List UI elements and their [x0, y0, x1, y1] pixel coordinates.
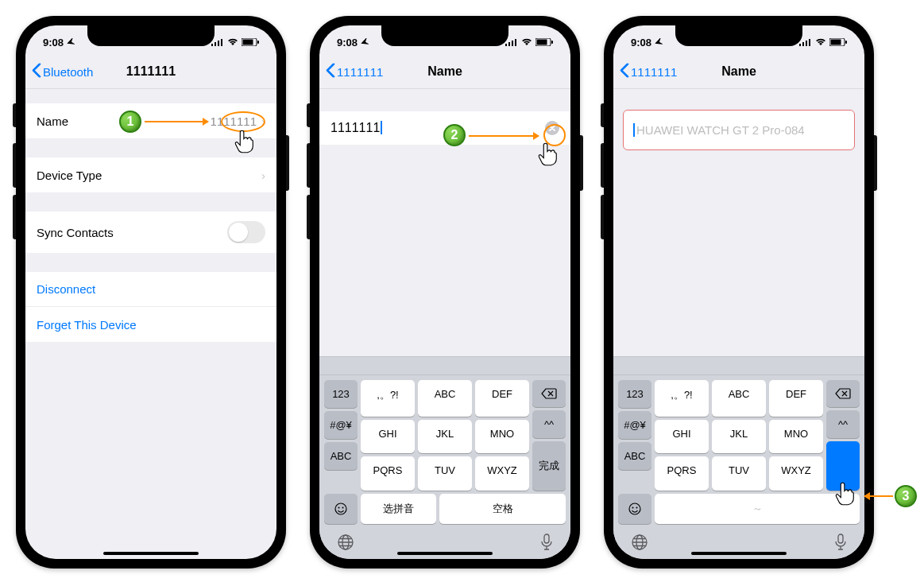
step-badge-2: 2 [443, 124, 466, 146]
step-badge-3: 3 [895, 485, 917, 507]
mic-icon[interactable] [834, 534, 847, 551]
key-emoji[interactable] [324, 494, 358, 524]
arrow-3 [864, 495, 893, 497]
sync-contacts-toggle[interactable] [227, 221, 265, 243]
key-mno[interactable]: MNO [769, 420, 823, 454]
svg-rect-1 [215, 42, 216, 46]
key-123[interactable]: 123 [618, 380, 651, 408]
svg-rect-10 [515, 39, 516, 46]
globe-icon[interactable] [631, 534, 648, 551]
svg-rect-25 [831, 40, 841, 45]
kb-candidate-bar[interactable] [613, 356, 864, 375]
notch [381, 25, 508, 46]
key-def[interactable]: DEF [475, 380, 529, 417]
home-indicator[interactable] [103, 552, 199, 555]
battery-icon [829, 38, 847, 46]
key-pqrs[interactable]: PQRS [361, 456, 415, 491]
key-mno[interactable]: MNO [475, 420, 529, 454]
key-backspace[interactable] [532, 380, 566, 407]
back-label: 1111111 [337, 64, 383, 78]
mic-icon[interactable] [540, 534, 553, 551]
name-label: Name [37, 114, 68, 128]
signal-icon [505, 38, 518, 46]
sync-contacts-label: Sync Contacts [37, 226, 114, 239]
nav-bar: 1111111 Name [613, 54, 864, 89]
key-ghi[interactable]: GHI [361, 420, 415, 454]
key-backspace[interactable] [826, 380, 860, 407]
svg-rect-21 [802, 42, 804, 46]
key-abc-mode[interactable]: ABC [324, 442, 358, 470]
key-def[interactable]: DEF [769, 380, 823, 417]
nav-bar: Bluetooth 1111111 [25, 54, 276, 89]
key-jkl[interactable]: JKL [418, 420, 472, 454]
back-button[interactable]: 1111111 [326, 63, 383, 80]
svg-rect-8 [508, 42, 510, 46]
battery-icon [242, 38, 259, 46]
disconnect-label: Disconnect [37, 282, 95, 296]
wifi-icon [521, 38, 532, 46]
kb-candidate-bar[interactable] [319, 356, 570, 375]
name-input-value: 1111111 [331, 121, 380, 134]
chevron-left-icon [326, 63, 335, 80]
key-symbols[interactable]: #@¥ [618, 411, 651, 439]
key-wxyz[interactable]: WXYZ [769, 456, 823, 491]
notch [675, 25, 802, 46]
home-indicator[interactable] [691, 552, 787, 555]
svg-rect-0 [211, 44, 213, 46]
key-emoji[interactable] [618, 494, 651, 524]
name-input-highlighted[interactable]: HUAWEI WATCH GT 2 Pro-084 [623, 110, 855, 150]
wifi-icon [815, 38, 826, 46]
svg-rect-3 [221, 39, 222, 46]
key-punct[interactable]: ,。?! [655, 380, 709, 417]
key-123[interactable]: 123 [324, 380, 358, 408]
arrow-2 [469, 135, 539, 137]
status-time: 9:08 [631, 37, 651, 49]
disconnect-row[interactable]: Disconnect [25, 272, 276, 307]
key-abc-mode[interactable]: ABC [618, 442, 651, 470]
globe-icon[interactable] [337, 534, 354, 551]
key-symbols[interactable]: #@¥ [324, 411, 358, 439]
key-caret[interactable]: ^^ [826, 410, 860, 438]
status-time: 9:08 [337, 37, 358, 49]
back-button[interactable]: Bluetooth [32, 63, 93, 80]
svg-rect-2 [218, 41, 219, 46]
forget-device-row[interactable]: Forget This Device [25, 307, 276, 342]
svg-point-14 [335, 503, 346, 514]
click-hand-icon-1 [234, 129, 256, 154]
chevron-right-icon: › [261, 169, 265, 182]
key-tuv[interactable]: TUV [712, 456, 766, 491]
key-wxyz[interactable]: WXYZ [475, 456, 529, 491]
location-icon [67, 38, 75, 46]
key-space[interactable]: 空格 [439, 494, 566, 524]
key-punct[interactable]: ,。?! [361, 380, 415, 417]
location-icon [361, 38, 369, 46]
key-pqrs[interactable]: PQRS [655, 456, 709, 491]
key-ghi[interactable]: GHI [655, 420, 709, 454]
key-done[interactable]: 完成 [532, 441, 566, 491]
arrow-1 [145, 121, 208, 122]
key-abc[interactable]: ABC [418, 380, 472, 417]
key-jkl[interactable]: JKL [712, 420, 766, 454]
device-type-row[interactable]: Device Type › [25, 157, 276, 192]
forget-device-label: Forget This Device [37, 318, 137, 332]
svg-rect-19 [544, 534, 549, 543]
home-indicator[interactable] [397, 552, 493, 555]
key-squiggle[interactable]: ～ [655, 494, 860, 524]
key-abc[interactable]: ABC [712, 380, 766, 417]
edit-content: HUAWEI WATCH GT 2 Pro-084 [613, 89, 864, 150]
svg-point-27 [629, 503, 640, 514]
step-badge-1: 1 [119, 111, 141, 133]
svg-rect-23 [809, 39, 810, 46]
key-tuv[interactable]: TUV [418, 456, 472, 491]
key-select-pinyin[interactable]: 选拼音 [361, 494, 436, 524]
back-button[interactable]: 1111111 [620, 63, 677, 80]
svg-point-29 [636, 507, 638, 509]
notch [87, 25, 215, 46]
svg-rect-7 [505, 44, 507, 46]
key-caret[interactable]: ^^ [532, 410, 566, 438]
click-hand-icon-2 [537, 142, 559, 167]
svg-rect-20 [799, 44, 801, 46]
svg-rect-13 [551, 41, 553, 44]
nav-bar: 1111111 Name [319, 54, 570, 89]
location-icon [655, 38, 663, 46]
